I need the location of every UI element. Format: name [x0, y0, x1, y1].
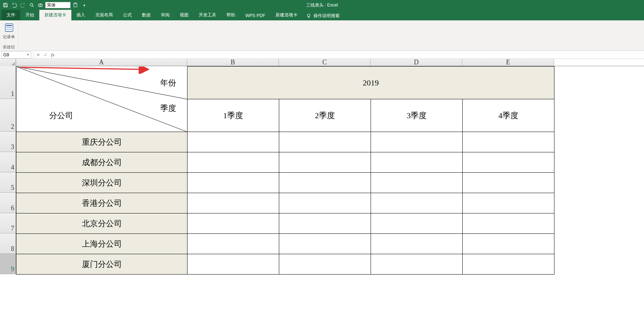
- select-all-corner[interactable]: [0, 59, 16, 66]
- col-header-A[interactable]: A: [16, 59, 187, 66]
- cell-d5[interactable]: [371, 173, 463, 193]
- tab-home[interactable]: 开始: [20, 10, 39, 20]
- cell-b6[interactable]: [187, 193, 279, 213]
- cell-e8[interactable]: [463, 234, 554, 254]
- row-headers: 1 2 3 4 5 6 7 8 9: [0, 66, 16, 275]
- cell-e9[interactable]: [463, 254, 554, 275]
- svg-line-13: [16, 67, 187, 132]
- cell-c7[interactable]: [279, 213, 371, 234]
- row-header-3[interactable]: 3: [0, 132, 16, 152]
- cell-q4[interactable]: 4季度: [463, 99, 554, 132]
- paste-button[interactable]: [71, 1, 79, 9]
- cell-year[interactable]: 2019: [187, 67, 554, 99]
- redo-button[interactable]: [19, 1, 27, 9]
- cell-d7[interactable]: [371, 213, 463, 234]
- cell-b7[interactable]: [187, 213, 279, 234]
- tab-help[interactable]: 帮助: [221, 10, 240, 20]
- tab-wps-pdf[interactable]: WPS PDF: [240, 11, 270, 20]
- form-icon: [3, 22, 15, 33]
- row-header-2[interactable]: 2: [0, 99, 16, 132]
- cells[interactable]: 年份 季度 分公司 2019 1季度 2季度 3季度 4: [16, 66, 554, 275]
- cell-c9[interactable]: [279, 254, 371, 275]
- svg-rect-3: [39, 4, 43, 7]
- cell-b9[interactable]: [187, 254, 279, 275]
- tell-me-search[interactable]: 操作说明搜索: [303, 11, 343, 20]
- svg-point-7: [307, 14, 310, 16]
- tab-view[interactable]: 视图: [175, 10, 194, 20]
- row-header-8[interactable]: 8: [0, 233, 16, 254]
- tab-data[interactable]: 数据: [137, 10, 156, 20]
- tab-formulas[interactable]: 公式: [118, 10, 137, 20]
- cell-b8[interactable]: [187, 234, 279, 254]
- header-year-label: 年份: [160, 77, 176, 88]
- cell-e3[interactable]: [463, 132, 554, 152]
- cell-c8[interactable]: [279, 234, 371, 254]
- cell-branch-4[interactable]: 北京分公司: [16, 213, 187, 234]
- svg-point-2: [30, 4, 33, 6]
- cancel-button[interactable]: ✕: [35, 51, 42, 59]
- name-box[interactable]: G9 ▼: [1, 51, 31, 59]
- camera-button[interactable]: [36, 1, 44, 9]
- cell-d4[interactable]: [371, 152, 463, 173]
- cell-branch-2[interactable]: 深圳分公司: [16, 173, 187, 193]
- svg-rect-0: [4, 4, 6, 5]
- cell-d6[interactable]: [371, 193, 463, 213]
- cell-branch-0[interactable]: 重庆分公司: [16, 132, 187, 152]
- save-button[interactable]: [1, 1, 9, 9]
- cell-b3[interactable]: [187, 132, 279, 152]
- tab-custom[interactable]: 新建选项卡: [39, 10, 71, 20]
- cell-e6[interactable]: [463, 193, 554, 213]
- enter-button[interactable]: ✓: [42, 51, 49, 59]
- camera-icon: [38, 3, 43, 8]
- cell-branch-3[interactable]: 香港分公司: [16, 193, 187, 213]
- form-button[interactable]: 记录单: [3, 22, 15, 40]
- col-header-B[interactable]: B: [187, 59, 279, 66]
- window-title: 三线表头 · Excel: [306, 2, 338, 8]
- row-header-1[interactable]: 1: [0, 66, 16, 99]
- col-header-D[interactable]: D: [371, 59, 462, 66]
- col-header-E[interactable]: E: [462, 59, 554, 66]
- cell-e7[interactable]: [463, 213, 554, 234]
- cell-e5[interactable]: [463, 173, 554, 193]
- bulb-icon: [306, 13, 311, 19]
- cell-d9[interactable]: [371, 254, 463, 275]
- cell-q3[interactable]: 3季度: [371, 99, 463, 132]
- name-box-dropdown-icon[interactable]: ▼: [27, 53, 29, 56]
- cell-d3[interactable]: [371, 132, 463, 152]
- cell-branch-5[interactable]: 上海分公司: [16, 234, 187, 254]
- cell-b5[interactable]: [187, 173, 279, 193]
- qat-more-button[interactable]: ▾: [80, 1, 88, 9]
- tab-review[interactable]: 审阅: [156, 10, 175, 20]
- cell-branch-1[interactable]: 成都分公司: [16, 152, 187, 173]
- cell-d8[interactable]: [371, 234, 463, 254]
- tab-layout[interactable]: 页面布局: [90, 10, 118, 20]
- font-name-input[interactable]: [45, 2, 71, 8]
- cell-q1[interactable]: 1季度: [187, 99, 279, 132]
- cell-b4[interactable]: [187, 152, 279, 173]
- row-header-4[interactable]: 4: [0, 152, 16, 172]
- cell-header-diagonal[interactable]: 年份 季度 分公司: [16, 67, 187, 132]
- tab-file[interactable]: 文件: [1, 10, 20, 20]
- row-header-7[interactable]: 7: [0, 213, 16, 233]
- undo-icon: [12, 3, 17, 8]
- cell-branch-6[interactable]: 厦门分公司: [16, 254, 187, 275]
- row-header-9[interactable]: 9: [0, 254, 16, 274]
- row-header-5[interactable]: 5: [0, 172, 16, 193]
- tab-insert[interactable]: 插入: [71, 10, 90, 20]
- cell-c3[interactable]: [279, 132, 371, 152]
- insert-function-button[interactable]: fx: [49, 51, 56, 59]
- tab-developer[interactable]: 开发工具: [194, 10, 221, 20]
- cell-c5[interactable]: [279, 173, 371, 193]
- tab-custom2[interactable]: 新建选项卡: [270, 10, 303, 20]
- cell-q2[interactable]: 2季度: [279, 99, 371, 132]
- formula-input[interactable]: [56, 51, 644, 59]
- cell-c6[interactable]: [279, 193, 371, 213]
- cell-c4[interactable]: [279, 152, 371, 173]
- separator: [33, 52, 34, 58]
- title-bar: ▾ 三线表头 · Excel: [0, 0, 644, 10]
- cell-e4[interactable]: [463, 152, 554, 173]
- col-header-C[interactable]: C: [279, 59, 371, 66]
- undo-button[interactable]: [10, 1, 18, 9]
- row-header-6[interactable]: 6: [0, 193, 16, 213]
- print-preview-button[interactable]: [28, 1, 36, 9]
